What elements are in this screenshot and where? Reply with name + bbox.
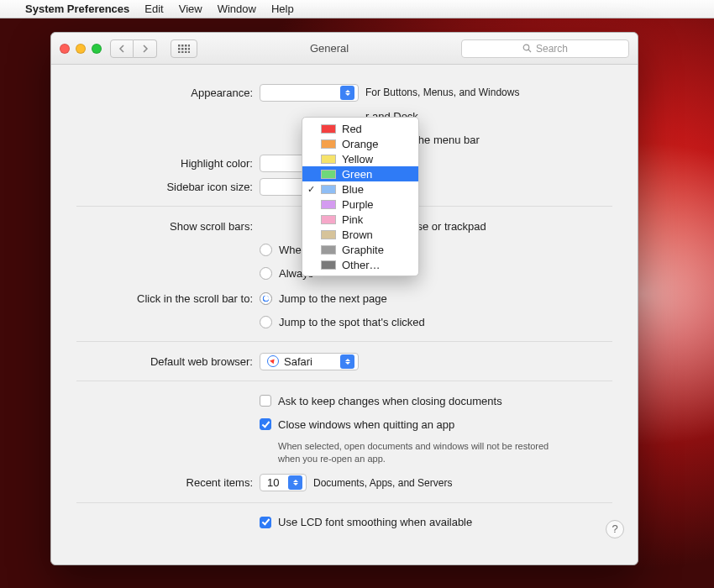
ask-keep-changes-label: Ask to keep changes when closing documen…: [278, 395, 502, 407]
menu-help[interactable]: Help: [271, 3, 294, 15]
lcd-font-smoothing-checkbox[interactable]: [260, 517, 271, 528]
scroll-click-spot-label: Jump to the spot that's clicked: [279, 316, 425, 328]
window-close-button[interactable]: [60, 44, 70, 54]
color-option-other[interactable]: Other…: [302, 257, 418, 272]
preferences-window: General Search Appearance: For Buttons, …: [50, 32, 638, 565]
svg-rect-7: [188, 48, 190, 50]
window-minimize-button[interactable]: [76, 44, 86, 54]
highlight-color-label: Highlight color:: [76, 157, 260, 170]
color-swatch: [321, 139, 336, 149]
app-name-menu[interactable]: System Preferences: [25, 3, 129, 15]
color-option-label: Purple: [342, 198, 374, 211]
appearance-popup[interactable]: [260, 84, 359, 102]
color-option-orange[interactable]: Orange: [302, 136, 418, 151]
recent-items-note: Documents, Apps, and Servers: [313, 477, 452, 489]
color-option-label: Pink: [342, 213, 363, 226]
menu-view[interactable]: View: [179, 3, 202, 15]
svg-rect-8: [178, 51, 181, 53]
color-option-label: Yellow: [342, 153, 373, 165]
window-zoom-button[interactable]: [92, 44, 102, 54]
check-icon: ✓: [307, 184, 315, 195]
search-icon: [522, 44, 532, 53]
color-swatch: [321, 260, 336, 270]
color-option-label: Orange: [342, 138, 378, 150]
close-windows-checkbox[interactable]: [260, 418, 271, 430]
svg-rect-2: [185, 45, 187, 47]
color-swatch: [321, 215, 336, 224]
show-all-button[interactable]: [171, 39, 197, 58]
svg-rect-0: [178, 45, 181, 47]
color-option-red[interactable]: Red: [302, 121, 418, 136]
color-option-purple[interactable]: Purple: [302, 197, 418, 212]
color-option-pink[interactable]: Pink: [302, 212, 418, 227]
color-option-green[interactable]: Green: [302, 166, 418, 181]
color-swatch: [321, 200, 336, 209]
color-swatch: [321, 124, 336, 134]
scrollbars-when-scrolling-radio[interactable]: [260, 244, 272, 256]
recent-items-value: 10: [267, 476, 279, 489]
svg-rect-6: [185, 48, 187, 50]
svg-rect-11: [188, 51, 190, 53]
color-swatch: [321, 245, 336, 255]
default-browser-label: Default web browser:: [76, 355, 260, 368]
system-menubar: System Preferences Edit View Window Help: [0, 0, 714, 18]
svg-line-13: [528, 50, 531, 52]
svg-rect-1: [181, 45, 184, 47]
sidebar-icon-size-label: Sidebar icon size:: [76, 181, 260, 193]
color-option-graphite[interactable]: Graphite: [302, 242, 418, 257]
svg-rect-5: [181, 48, 184, 50]
search-input[interactable]: Search: [461, 39, 629, 58]
color-option-label: Green: [342, 168, 372, 181]
svg-rect-4: [178, 48, 181, 50]
default-browser-popup[interactable]: Safari: [260, 353, 359, 370]
color-option-label: Brown: [342, 228, 373, 241]
color-option-label: Blue: [342, 183, 364, 196]
color-option-label: Other…: [342, 259, 381, 271]
help-button[interactable]: ?: [606, 520, 624, 538]
scrollbars-label: Show scroll bars:: [76, 220, 260, 233]
color-swatch: [321, 185, 336, 194]
recent-items-label: Recent items:: [76, 476, 260, 489]
titlebar: General Search: [51, 33, 638, 65]
menu-edit[interactable]: Edit: [144, 3, 163, 15]
menu-window[interactable]: Window: [218, 3, 256, 15]
default-browser-value: Safari: [284, 355, 312, 368]
color-swatch: [321, 155, 336, 164]
scroll-click-next-page-label: Jump to the next page: [279, 292, 387, 305]
nav-forward-button[interactable]: [134, 39, 157, 58]
svg-rect-9: [181, 51, 184, 53]
scrollbars-always-radio[interactable]: [260, 267, 272, 280]
appearance-label: Appearance:: [76, 87, 260, 99]
color-option-yellow[interactable]: Yellow: [302, 151, 418, 166]
color-option-label: Red: [342, 123, 362, 135]
scroll-click-label: Click in the scroll bar to:: [76, 292, 260, 305]
svg-point-12: [523, 45, 529, 50]
recent-items-popup[interactable]: 10: [260, 474, 307, 491]
color-swatch: [321, 230, 336, 239]
lcd-font-smoothing-label: Use LCD font smoothing when available: [278, 516, 472, 528]
appearance-note: For Buttons, Menus, and Windows: [365, 87, 519, 98]
close-windows-help-text: When selected, open documents and window…: [278, 440, 555, 465]
window-title: General: [206, 42, 453, 55]
scroll-click-next-page-radio[interactable]: [260, 292, 272, 305]
color-option-blue[interactable]: ✓Blue: [302, 181, 418, 197]
color-option-brown[interactable]: Brown: [302, 227, 418, 242]
color-option-label: Graphite: [342, 244, 384, 256]
safari-icon: [267, 355, 279, 367]
nav-back-button[interactable]: [110, 39, 134, 58]
svg-rect-10: [185, 51, 187, 53]
appearance-color-dropdown[interactable]: RedOrangeYellowGreen✓BluePurplePinkBrown…: [302, 117, 419, 276]
search-placeholder: Search: [536, 43, 568, 55]
close-windows-label: Close windows when quitting an app: [278, 418, 454, 431]
svg-rect-3: [188, 45, 190, 47]
color-swatch: [321, 170, 336, 179]
ask-keep-changes-checkbox[interactable]: [260, 395, 271, 407]
scroll-click-spot-radio[interactable]: [260, 316, 272, 328]
